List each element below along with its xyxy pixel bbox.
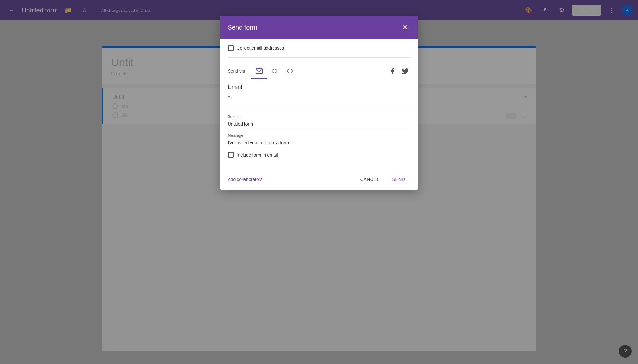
include-form-row: Include form in email bbox=[228, 152, 410, 158]
facebook-icon[interactable] bbox=[387, 66, 398, 76]
tab-link[interactable] bbox=[267, 63, 282, 79]
send-via-label: Send via bbox=[228, 69, 245, 74]
to-input[interactable] bbox=[228, 101, 410, 109]
send-form-dialog: Send form ✕ Collect email addresses Send… bbox=[220, 16, 418, 190]
social-share bbox=[387, 66, 410, 76]
collect-email-label: Collect email addresses bbox=[237, 46, 284, 51]
tab-email[interactable] bbox=[251, 63, 267, 79]
dialog-footer: Add collaborators CANCEL SEND bbox=[220, 172, 418, 190]
twitter-icon[interactable] bbox=[400, 66, 410, 76]
message-field-row: Message bbox=[228, 133, 410, 147]
divider-1 bbox=[228, 57, 410, 58]
message-label: Message bbox=[228, 133, 410, 138]
add-collaborators-link[interactable]: Add collaborators bbox=[228, 177, 263, 182]
tab-embed[interactable] bbox=[282, 63, 297, 79]
to-field-row: To bbox=[228, 96, 410, 109]
collect-email-checkbox[interactable] bbox=[228, 45, 234, 51]
dialog-close-button[interactable]: ✕ bbox=[400, 22, 410, 33]
include-form-checkbox[interactable] bbox=[228, 152, 234, 158]
to-label: To bbox=[228, 96, 410, 100]
send-button[interactable]: SEND bbox=[387, 174, 410, 185]
dialog-title: Send form bbox=[228, 24, 257, 31]
message-input[interactable] bbox=[228, 139, 410, 147]
subject-field-row: Subject bbox=[228, 114, 410, 128]
dialog-body: Collect email addresses Send via bbox=[220, 39, 418, 172]
email-section-title: Email bbox=[228, 84, 410, 91]
cancel-button[interactable]: CANCEL bbox=[355, 174, 385, 185]
subject-label: Subject bbox=[228, 114, 410, 119]
include-form-label: Include form in email bbox=[237, 152, 278, 157]
subject-input[interactable] bbox=[228, 120, 410, 128]
collect-email-row: Collect email addresses bbox=[228, 45, 410, 51]
footer-buttons: CANCEL SEND bbox=[355, 174, 410, 185]
dialog-header: Send form ✕ bbox=[220, 16, 418, 39]
send-via-row: Send via bbox=[228, 63, 410, 79]
svg-rect-0 bbox=[256, 69, 262, 74]
send-via-tabs bbox=[251, 63, 297, 79]
